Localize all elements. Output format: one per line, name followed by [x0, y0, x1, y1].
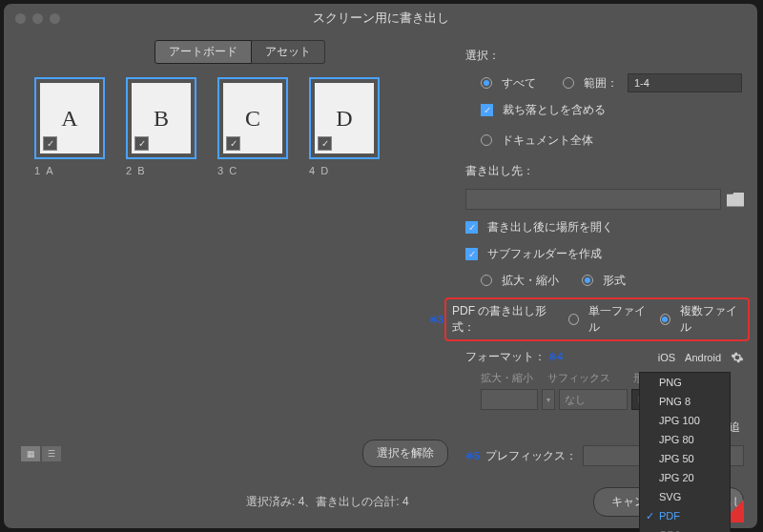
format-option[interactable]: JPG 50: [640, 449, 730, 468]
radio-pdf-multi-label: 複数ファイル: [680, 303, 742, 336]
artboard-thumb[interactable]: D✓: [309, 77, 380, 159]
artboard-label: 1A: [34, 165, 105, 176]
artboard-label: 2B: [126, 165, 196, 176]
chevron-down-icon[interactable]: ▾: [542, 389, 555, 410]
check-bleed[interactable]: ✓: [481, 104, 493, 116]
radio-range[interactable]: [563, 77, 574, 89]
radio-pdf-multi[interactable]: [660, 314, 670, 325]
marker-4: ※4: [548, 351, 563, 362]
radio-all[interactable]: [481, 77, 492, 89]
check-subfolder-label: サブフォルダーを作成: [487, 246, 602, 262]
radio-subfolder-scale-label: 拡大・縮小: [502, 273, 559, 289]
artboard-check[interactable]: ✓: [134, 136, 149, 151]
check-open-loc[interactable]: ✓: [465, 221, 478, 234]
artboard-label: 4D: [309, 165, 380, 176]
folder-icon[interactable]: [727, 193, 744, 207]
export-to-label: 書き出し先：: [465, 163, 744, 179]
format-label: フォーマット：: [465, 350, 546, 363]
format-option[interactable]: PNG: [640, 373, 730, 392]
platform-ios[interactable]: iOS: [658, 352, 675, 363]
platform-android[interactable]: Android: [685, 352, 721, 363]
tab-asset[interactable]: アセット: [252, 40, 325, 64]
view-list-icon[interactable]: ☰: [42, 446, 61, 461]
artboard-check[interactable]: ✓: [43, 136, 57, 151]
artboard-check[interactable]: ✓: [318, 136, 332, 151]
radio-all-label: すべて: [502, 75, 536, 92]
radio-full-doc[interactable]: [481, 134, 492, 146]
pdf-export-label: PDF の書き出し形式：: [452, 303, 559, 336]
marker-5: ※5: [465, 450, 480, 462]
radio-range-label: 範囲：: [584, 75, 618, 92]
artboard-thumb[interactable]: C✓: [217, 77, 288, 159]
check-subfolder[interactable]: ✓: [465, 248, 478, 260]
export-path[interactable]: [465, 189, 721, 210]
format-option[interactable]: PDF: [640, 506, 730, 525]
format-option[interactable]: OBJ: [640, 525, 730, 532]
radio-full-doc-label: ドキュメント全体: [502, 133, 593, 149]
prefix-label: プレフィックス：: [485, 448, 577, 464]
check-open-loc-label: 書き出し後に場所を開く: [487, 219, 613, 235]
check-bleed-label: 裁ち落としを含める: [503, 102, 606, 118]
fmt-hdr-scale: 拡大・縮小: [481, 371, 547, 385]
radio-subfolder-format-label: 形式: [603, 273, 626, 289]
artboard-check[interactable]: ✓: [226, 136, 240, 151]
format-option[interactable]: SVG: [640, 487, 730, 506]
titlebar: スクリーン用に書き出し: [4, 4, 757, 32]
artboard-thumb[interactable]: A✓: [34, 77, 105, 159]
format-option[interactable]: PNG 8: [640, 392, 730, 411]
radio-pdf-single-label: 単一ファイル: [588, 303, 650, 336]
format-scale-input[interactable]: [481, 389, 538, 410]
format-dropdown[interactable]: PNGPNG 8JPG 100JPG 80JPG 50JPG 20SVGPDFO…: [639, 372, 731, 532]
artboard-label: 3C: [217, 165, 288, 176]
format-option[interactable]: JPG 20: [640, 468, 730, 487]
format-option[interactable]: JPG 80: [640, 430, 730, 449]
format-suffix-input[interactable]: なし: [559, 389, 628, 410]
radio-pdf-single[interactable]: [568, 314, 579, 325]
radio-subfolder-scale[interactable]: [481, 275, 492, 286]
view-grid-icon[interactable]: ▦: [21, 446, 40, 461]
select-label: 選択：: [465, 48, 744, 64]
format-option[interactable]: JPG 100: [640, 411, 730, 430]
selection-summary: 選択済み: 4、書き出しの合計: 4: [17, 494, 409, 510]
window-title: スクリーン用に書き出し: [4, 10, 757, 27]
artboard-thumb[interactable]: B✓: [126, 77, 196, 159]
radio-subfolder-format[interactable]: [582, 275, 593, 286]
tab-artboard[interactable]: アートボード: [155, 40, 252, 64]
range-input[interactable]: [628, 73, 742, 92]
gear-icon[interactable]: [731, 351, 744, 364]
deselect-button[interactable]: 選択を解除: [362, 440, 448, 467]
marker-3: ※3: [429, 314, 443, 326]
fmt-hdr-suffix: サフィックス: [547, 371, 633, 385]
